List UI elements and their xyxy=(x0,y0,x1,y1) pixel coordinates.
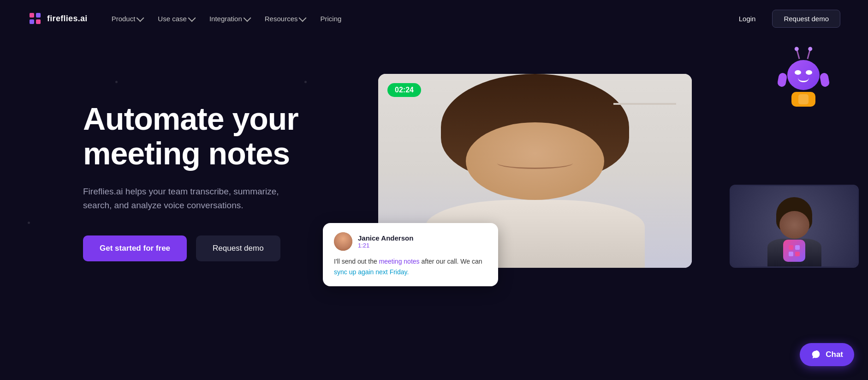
decorative-dot xyxy=(28,222,30,224)
nav-item-usecase[interactable]: Use case xyxy=(152,11,200,26)
chat-message: I'll send out the meeting notes after ou… xyxy=(334,256,487,277)
hero-section: Automate your meeting notes Fireflies.ai… xyxy=(0,37,868,380)
fireflies-logo-badge xyxy=(783,240,805,262)
fireflies-logo-icon xyxy=(28,11,42,26)
robot-mascot xyxy=(776,60,831,115)
second-video-inner xyxy=(731,186,857,266)
nav-item-pricing[interactable]: Pricing xyxy=(315,11,347,26)
hero-content: Automate your meeting notes Fireflies.ai… xyxy=(83,65,351,261)
hero-request-demo-button[interactable]: Request demo xyxy=(196,235,280,261)
chat-text-plain-1: I'll send out the xyxy=(334,258,379,265)
nav-item-product[interactable]: Product xyxy=(106,11,149,26)
nav-item-resources[interactable]: Resources xyxy=(259,11,311,26)
hero-buttons: Get started for free Request demo xyxy=(83,235,351,261)
avatar xyxy=(334,232,352,251)
chat-bubble-overlay: Janice Anderson 1:21 I'll send out the m… xyxy=(323,223,498,286)
hero-subtitle: Fireflies.ai helps your team transcribe,… xyxy=(83,185,304,213)
nav-request-demo-button[interactable]: Request demo xyxy=(772,10,840,28)
chevron-down-icon xyxy=(137,14,144,22)
timer-badge: 02:24 xyxy=(387,83,421,97)
svg-rect-6 xyxy=(795,245,800,250)
hero-title: Automate your meeting notes xyxy=(83,102,351,171)
speaker-name: Janice Anderson xyxy=(358,234,413,242)
svg-rect-3 xyxy=(30,19,34,24)
chat-widget[interactable]: Chat xyxy=(800,343,854,366)
svg-rect-7 xyxy=(789,252,793,256)
chat-speaker-info: Janice Anderson 1:21 xyxy=(358,234,413,249)
svg-rect-1 xyxy=(30,13,34,18)
chat-widget-label: Chat xyxy=(826,350,843,359)
ff-logo-small-icon xyxy=(788,244,801,257)
logo[interactable]: fireflies.ai xyxy=(28,11,88,26)
chevron-down-icon xyxy=(299,14,307,22)
nav-left: fireflies.ai Product Use case Integratio… xyxy=(28,11,347,26)
brand-name: fireflies.ai xyxy=(47,14,88,24)
hero-illustration: 02:24 Janice Anderson 1:21 I'll send out… xyxy=(351,65,840,268)
chat-highlight-meeting-notes: meeting notes xyxy=(379,258,420,265)
svg-rect-4 xyxy=(36,19,41,24)
chat-highlight-sync: sync up again next Friday. xyxy=(334,268,409,276)
navbar: fireflies.ai Product Use case Integratio… xyxy=(0,0,868,37)
svg-rect-8 xyxy=(795,252,800,256)
login-button[interactable]: Login xyxy=(731,11,763,26)
chevron-down-icon xyxy=(243,14,251,22)
nav-item-integration[interactable]: Integration xyxy=(204,11,256,26)
second-video-card xyxy=(730,185,859,268)
get-started-button[interactable]: Get started for free xyxy=(83,235,187,261)
nav-right: Login Request demo xyxy=(731,10,840,28)
speaker-timestamp: 1:21 xyxy=(358,242,413,249)
chat-header: Janice Anderson 1:21 xyxy=(334,232,487,251)
chat-bubble-icon xyxy=(811,350,821,360)
chat-text-plain-2: after our call. We can xyxy=(420,258,482,265)
svg-rect-2 xyxy=(36,13,41,18)
chevron-down-icon xyxy=(188,14,196,22)
svg-rect-5 xyxy=(789,245,793,250)
nav-links: Product Use case Integration Resources P… xyxy=(106,11,347,26)
